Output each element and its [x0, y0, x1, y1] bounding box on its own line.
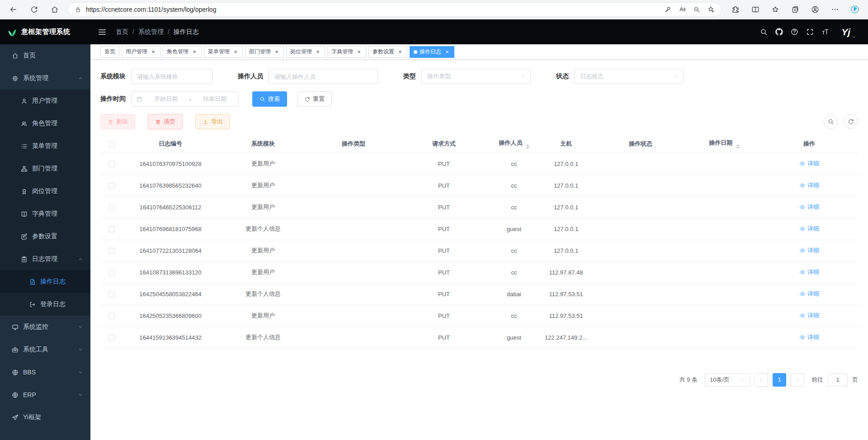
browser-action-button[interactable] [828, 2, 842, 17]
close-icon[interactable]: × [356, 49, 362, 55]
tab[interactable]: 操作日志 × [410, 46, 454, 58]
sort-icon[interactable] [736, 144, 740, 149]
detail-link[interactable]: 详细 [799, 268, 819, 276]
browser-nav-button[interactable] [47, 2, 62, 17]
clear-button[interactable]: 清空 [148, 114, 183, 129]
column-header[interactable]: 操作日期 [688, 135, 760, 153]
sidebar-item[interactable]: 操作日志 [0, 270, 90, 293]
navbar-action-button[interactable] [806, 28, 814, 36]
column-header[interactable]: 请求方式 [399, 135, 489, 153]
hamburger-icon[interactable] [98, 28, 107, 37]
breadcrumb-item[interactable]: 操作日志 [174, 28, 199, 36]
detail-link[interactable]: 详细 [799, 160, 819, 168]
sort-icon[interactable] [526, 144, 529, 149]
sidebar-item[interactable]: 岗位管理 [0, 180, 90, 203]
tab[interactable]: 角色管理 × [163, 46, 202, 58]
goto-page-input[interactable] [828, 374, 848, 386]
browser-action-button[interactable] [848, 2, 862, 17]
close-icon[interactable]: × [397, 49, 403, 55]
column-header[interactable]: 系统模块 [218, 135, 308, 153]
close-icon[interactable]: × [150, 49, 156, 55]
navbar-action-button[interactable] [791, 28, 798, 36]
close-icon[interactable]: × [232, 49, 239, 55]
zoom-out-icon[interactable] [693, 6, 700, 13]
row-checkbox[interactable] [108, 248, 115, 254]
sidebar-item[interactable]: 参数设置 [0, 225, 90, 248]
tab[interactable]: 岗位管理 × [286, 46, 325, 58]
module-input[interactable] [131, 69, 212, 84]
row-checkbox[interactable] [108, 291, 115, 298]
browser-action-button[interactable] [729, 2, 742, 17]
sidebar-item[interactable]: 首页 [0, 44, 90, 67]
sidebar-item[interactable]: 系统监控 [0, 316, 90, 338]
date-range-picker[interactable]: 开始日期 - 结束日期 [131, 91, 239, 107]
key-icon[interactable] [664, 6, 671, 13]
browser-action-button[interactable] [749, 2, 762, 17]
next-page-button[interactable] [791, 373, 804, 387]
navbar-action-button[interactable] [775, 28, 783, 36]
column-header[interactable]: 操作状态 [593, 135, 688, 153]
row-checkbox[interactable] [108, 313, 115, 319]
breadcrumb-item[interactable]: 系统管理 [138, 28, 174, 36]
reset-button[interactable]: 重置 [297, 91, 332, 107]
close-icon[interactable]: × [444, 49, 450, 55]
close-icon[interactable]: × [274, 49, 280, 55]
browser-action-button[interactable] [769, 2, 782, 17]
app-logo[interactable]: 意框架管理系统 [0, 19, 90, 44]
status-select[interactable]: 日志状态 [574, 69, 684, 84]
detail-link[interactable]: 详细 [799, 203, 819, 211]
sidebar-item[interactable]: BBS [0, 361, 90, 383]
close-icon[interactable]: × [315, 49, 321, 55]
address-bar[interactable]: https://ccnetcore.com:1101/system/log/op… [68, 2, 722, 17]
sidebar-item[interactable]: 菜单管理 [0, 135, 90, 157]
type-select[interactable]: 操作类型 [421, 69, 531, 84]
detail-link[interactable]: 详细 [799, 246, 819, 255]
tab[interactable]: 首页 × [100, 46, 119, 58]
sidebar-item[interactable]: 字典管理 [0, 203, 90, 225]
sidebar-item[interactable]: 系统管理 [0, 67, 90, 90]
column-header[interactable]: 操作类型 [308, 135, 399, 153]
read-aloud-icon[interactable] [679, 6, 686, 13]
toggle-search-button[interactable] [824, 114, 838, 129]
detail-link[interactable]: 详细 [799, 290, 819, 298]
user-avatar[interactable]: Yj [841, 27, 856, 37]
sidebar-item[interactable]: 部门管理 [0, 157, 90, 180]
navbar-action-button[interactable] [821, 28, 829, 36]
browser-nav-button[interactable] [26, 2, 42, 17]
browser-action-button[interactable] [788, 2, 802, 17]
row-checkbox[interactable] [108, 183, 115, 189]
browser-nav-button[interactable] [5, 2, 21, 17]
tab[interactable]: 字典管理 × [327, 46, 366, 58]
tab[interactable]: 用户管理 × [122, 46, 160, 58]
url-text[interactable]: https://ccnetcore.com:1101/system/log/op… [86, 6, 660, 13]
row-checkbox[interactable] [108, 335, 115, 341]
sidebar-item[interactable]: 系统工具 [0, 338, 90, 361]
sidebar-item[interactable]: 角色管理 [0, 112, 90, 135]
operator-input[interactable] [269, 69, 378, 84]
row-checkbox[interactable] [108, 270, 115, 276]
sidebar-item[interactable]: Yi框架 [0, 406, 90, 429]
prev-page-button[interactable] [755, 373, 768, 387]
select-all-checkbox[interactable] [108, 141, 115, 147]
sidebar-item[interactable]: 日志管理 [0, 248, 90, 270]
delete-button[interactable]: 删除 [100, 114, 135, 129]
sidebar-item[interactable]: 登录日志 [0, 293, 90, 316]
page-size-select[interactable]: 10条/页 [705, 373, 750, 387]
sidebar-item[interactable]: 用户管理 [0, 90, 90, 112]
row-checkbox[interactable] [108, 161, 115, 167]
detail-link[interactable]: 详细 [799, 333, 819, 341]
column-header[interactable]: 主机 [539, 135, 593, 153]
breadcrumb-item[interactable]: 首页 [116, 28, 138, 36]
column-header[interactable]: 操作 [760, 135, 858, 153]
close-icon[interactable]: × [191, 49, 198, 55]
detail-link[interactable]: 详细 [799, 225, 819, 233]
search-button[interactable]: 搜索 [252, 91, 287, 107]
row-checkbox[interactable] [108, 204, 115, 211]
page-number-button[interactable]: 1 [773, 373, 786, 387]
refresh-table-button[interactable] [844, 114, 858, 129]
detail-link[interactable]: 详细 [799, 181, 819, 189]
export-button[interactable]: 导出 [195, 114, 230, 129]
navbar-action-button[interactable] [760, 28, 768, 36]
tab[interactable]: 参数设置 × [368, 46, 407, 58]
column-header[interactable]: 操作人员 [489, 135, 539, 153]
